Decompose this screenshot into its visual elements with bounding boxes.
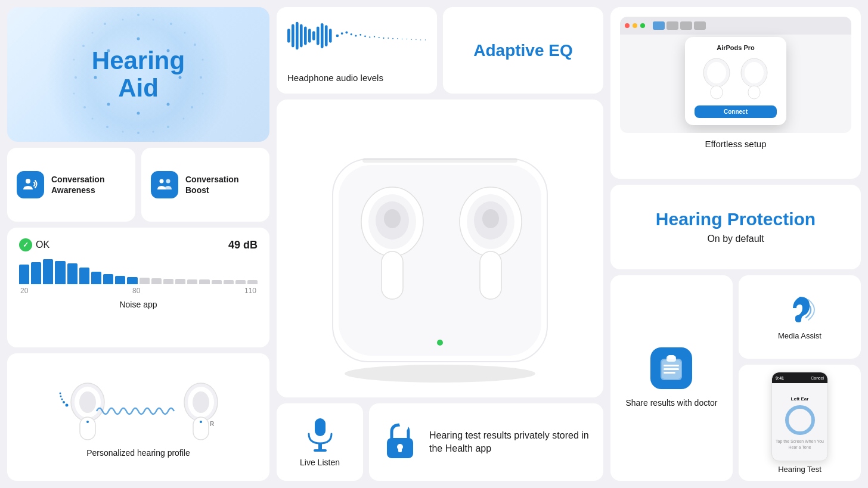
svg-point-34 xyxy=(160,179,164,184)
svg-rect-109 xyxy=(748,86,760,99)
conversation-boost-icon xyxy=(151,171,178,198)
bar-14 xyxy=(187,279,197,284)
media-assist-label: Media Assist xyxy=(778,331,822,340)
bar-13 xyxy=(175,279,185,284)
noise-app-label: Noise app xyxy=(19,300,258,309)
svg-rect-60 xyxy=(321,23,324,48)
airpods-center-illustration xyxy=(285,111,595,386)
health-privacy-text: Hearing test results privately stored in… xyxy=(429,429,591,456)
audio-levels-card: Headphone audio levels xyxy=(277,7,437,94)
media-assist-card: Media Assist xyxy=(739,275,861,359)
effortless-setup-display: AirPods Pro Connect xyxy=(620,17,851,133)
noise-header: ✓ OK 49 dB xyxy=(19,238,258,251)
svg-point-50 xyxy=(200,421,202,423)
svg-point-38 xyxy=(79,391,96,413)
hearing-protection-card: Hearing Protection On by default xyxy=(610,185,861,269)
noise-bar-labels: 20 80 110 xyxy=(19,287,258,295)
svg-point-71 xyxy=(374,36,375,37)
adaptive-eq-title: Adaptive EQ xyxy=(473,41,572,60)
svg-rect-53 xyxy=(292,24,294,48)
conversation-boost-label: Conversation Boost xyxy=(185,174,260,195)
svg-rect-114 xyxy=(668,355,675,359)
bar-8 xyxy=(115,276,125,284)
svg-point-26 xyxy=(153,131,154,133)
clipboard-icon xyxy=(659,355,683,381)
svg-rect-62 xyxy=(329,29,332,42)
bar-15 xyxy=(199,279,209,284)
svg-rect-116 xyxy=(664,368,679,370)
svg-point-23 xyxy=(202,59,204,61)
svg-rect-99 xyxy=(318,443,322,449)
maximize-dot xyxy=(640,23,645,28)
audio-levels-label: Headphone audio levels xyxy=(287,73,426,83)
hearing-test-card: 9:41 Cancel Left Ear Tap the Screen When… xyxy=(739,365,861,481)
svg-point-89 xyxy=(384,209,401,228)
svg-point-41 xyxy=(66,403,69,406)
svg-point-79 xyxy=(411,39,411,40)
svg-point-27 xyxy=(122,131,124,133)
svg-point-75 xyxy=(392,38,393,39)
conversation-row: Conversation Awareness Conversation Boos… xyxy=(7,148,269,222)
popup-left-airpod xyxy=(700,56,733,101)
svg-rect-90 xyxy=(382,251,403,299)
hearing-protection-subtitle: On by default xyxy=(707,234,764,244)
svg-rect-54 xyxy=(296,22,299,50)
svg-point-35 xyxy=(166,179,170,184)
lock-apple-icon xyxy=(381,421,420,463)
svg-point-108 xyxy=(745,62,764,83)
people-icon xyxy=(156,176,173,193)
svg-point-67 xyxy=(355,35,356,36)
svg-rect-56 xyxy=(304,26,307,45)
svg-rect-59 xyxy=(317,26,320,45)
svg-point-31 xyxy=(92,32,94,34)
waveform-svg xyxy=(287,18,426,54)
svg-point-76 xyxy=(397,38,398,39)
svg-point-94 xyxy=(482,209,499,228)
svg-point-48 xyxy=(193,391,209,413)
noise-db-value: 49 dB xyxy=(228,239,258,251)
svg-rect-58 xyxy=(312,31,315,41)
hearing-test-screen: 9:41 Cancel Left Ear Tap the Screen When… xyxy=(771,372,828,461)
bottom-mid-row: Live Listen xyxy=(277,403,603,481)
ok-label: OK xyxy=(36,240,49,250)
connect-button[interactable]: Connect xyxy=(695,105,777,118)
bar-1 xyxy=(31,262,41,284)
svg-point-70 xyxy=(369,36,370,38)
svg-point-43 xyxy=(61,398,63,400)
bar-6 xyxy=(91,272,101,284)
svg-point-18 xyxy=(75,76,77,79)
svg-point-32 xyxy=(122,19,124,21)
svg-point-5 xyxy=(137,112,140,115)
svg-point-40 xyxy=(86,421,89,423)
svg-point-66 xyxy=(351,33,352,35)
mid-top-row: Headphone audio levels Adaptive EQ xyxy=(277,7,603,94)
middle-column: Headphone audio levels Adaptive EQ xyxy=(277,7,603,481)
conversation-boost-card: Conversation Boost xyxy=(141,148,269,222)
share-results-label: Share results with doctor xyxy=(625,397,717,408)
live-listen-card: Live Listen xyxy=(277,403,363,481)
svg-rect-49 xyxy=(193,417,209,440)
health-privacy-card: Hearing test results privately stored in… xyxy=(369,403,603,481)
bar-19 xyxy=(247,280,258,284)
svg-point-42 xyxy=(63,401,65,403)
svg-point-22 xyxy=(184,32,186,34)
svg-rect-95 xyxy=(480,251,501,299)
svg-point-33 xyxy=(26,179,30,184)
popup-airpods xyxy=(695,56,777,101)
bar-18 xyxy=(235,280,246,284)
app-icons xyxy=(653,21,706,30)
ok-circle-icon: ✓ xyxy=(19,238,32,251)
live-listen-label: Live Listen xyxy=(300,458,340,467)
bar-label-20: 20 xyxy=(20,287,28,295)
svg-point-21 xyxy=(153,19,154,21)
svg-rect-98 xyxy=(315,418,326,436)
svg-point-72 xyxy=(379,37,380,38)
svg-rect-61 xyxy=(325,25,328,46)
minimize-dot xyxy=(633,23,637,28)
bar-2 xyxy=(43,259,53,284)
airpods-connect-popup: AirPods Pro Connect xyxy=(685,37,786,125)
bar-16 xyxy=(212,280,222,284)
svg-rect-97 xyxy=(362,158,517,163)
adaptive-eq-card: Adaptive EQ xyxy=(443,7,603,94)
bar-11 xyxy=(151,278,162,284)
